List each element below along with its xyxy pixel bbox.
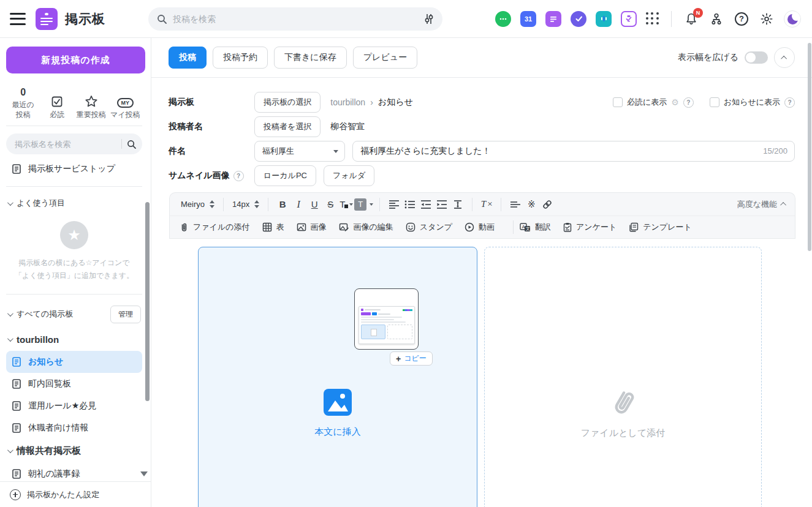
horizontal-rule-button[interactable] <box>507 197 523 212</box>
font-size-select[interactable]: 14px <box>230 200 262 209</box>
sidebar-item-chonai[interactable]: 町内回覧板 <box>6 373 142 395</box>
survey-button[interactable]: アンケート <box>563 222 617 233</box>
board-search-bar[interactable] <box>6 133 142 154</box>
post-search-input[interactable] <box>173 14 418 24</box>
insert-image-button[interactable]: 画像 <box>297 222 327 233</box>
must-read-label: 必読 <box>50 110 64 120</box>
dropzone-attach-as-file[interactable]: ファイルとして添付 <box>484 247 762 507</box>
outdent-button[interactable] <box>418 197 434 212</box>
organization-icon[interactable] <box>708 11 724 27</box>
post-search-bar[interactable] <box>148 7 442 31</box>
sidebar-item-service-top[interactable]: 掲示板サービストップ <box>6 158 142 180</box>
clipboard-app-icon[interactable] <box>621 11 637 27</box>
board-group-tourbillon[interactable]: tourbillon <box>6 328 142 351</box>
attach-file-button[interactable]: ファイルの添付 <box>180 222 250 233</box>
all-boards-section-header[interactable]: すべての掲示板 管理 <box>6 301 142 328</box>
dark-mode-toggle-icon[interactable] <box>784 10 801 28</box>
paperclip-large-icon <box>604 383 643 423</box>
search-icon[interactable] <box>127 140 136 149</box>
select-board-button[interactable]: 掲示板の選択 <box>254 92 321 113</box>
new-post-button[interactable]: 新規投稿の作成 <box>6 47 145 73</box>
local-pc-button[interactable]: ローカルPC <box>254 165 316 186</box>
bold-button[interactable]: B <box>275 197 290 212</box>
announce-help-icon[interactable]: ? <box>784 97 795 108</box>
text-color-button[interactable]: T <box>338 197 354 212</box>
board-group-joho-kyoyu[interactable]: 情報共有掲示板 <box>6 439 142 463</box>
font-family-select[interactable]: Meiryo <box>178 200 217 209</box>
dragged-thumbnail[interactable] <box>354 288 419 350</box>
template-button[interactable]: テンプレート <box>629 222 692 233</box>
sidebar-item-kyushoku[interactable]: 休職者向け情報 <box>6 417 142 439</box>
easy-setup-button[interactable]: 掲示板かんたん設定 <box>0 481 151 507</box>
advanced-features-toggle[interactable]: 高度な機能 <box>737 199 786 210</box>
must-read-settings-gear-icon[interactable]: ⚙ <box>671 98 679 107</box>
must-read-help-icon[interactable]: ? <box>683 97 694 108</box>
post-form: 掲示板 掲示板の選択 tourbillon › お知らせ 必読に表示 ⚙ ? <box>151 78 812 188</box>
breadcrumb: tourbillon › お知らせ <box>330 97 412 108</box>
indent-button[interactable] <box>434 197 450 212</box>
chat-app-icon[interactable] <box>495 11 511 27</box>
folder-button[interactable]: フォルダ <box>324 165 374 186</box>
calendar-app-icon[interactable]: 31 <box>520 11 536 27</box>
insert-table-button[interactable]: 表 <box>262 222 284 233</box>
sidebar-item-rules[interactable]: 運用ルール★必見 <box>6 395 142 417</box>
link-button[interactable] <box>539 197 555 212</box>
schedule-post-button[interactable]: 投稿予約 <box>213 47 268 69</box>
bullet-list-button[interactable] <box>402 197 418 212</box>
copy-button[interactable]: + コピー <box>390 351 433 366</box>
align-left-button[interactable] <box>386 197 402 212</box>
settings-gear-icon[interactable] <box>759 11 775 27</box>
background-color-button[interactable]: T <box>354 197 373 212</box>
strikethrough-button[interactable]: S <box>322 197 338 212</box>
widen-view-toggle[interactable] <box>745 51 768 64</box>
post-button[interactable]: 投稿 <box>169 47 207 69</box>
video-button[interactable]: 動画 <box>465 222 495 233</box>
italic-button[interactable]: I <box>290 197 306 212</box>
translate-icon: A文 <box>520 223 531 232</box>
copy-label: コピー <box>404 353 427 364</box>
manage-button[interactable]: 管理 <box>110 306 141 323</box>
quick-must-read[interactable]: 必読 <box>40 82 75 119</box>
svg-text:文: 文 <box>526 226 530 231</box>
special-character-button[interactable]: ※ <box>523 197 539 212</box>
favorites-section-header[interactable]: よく使う項目 <box>6 193 142 214</box>
sidebar-item-chorei[interactable]: 朝礼の議事録 <box>6 463 142 481</box>
subject-category-select[interactable]: 福利厚生 <box>254 141 345 162</box>
line-height-button[interactable] <box>450 197 466 212</box>
recent-posts-label: 最近の <box>12 100 34 109</box>
main-scrollbar[interactable] <box>808 43 811 251</box>
notes-app-icon[interactable] <box>545 11 561 27</box>
edit-image-button[interactable]: 画像の編集 <box>339 222 393 233</box>
quick-recent-posts[interactable]: 0 最近の投稿 <box>6 82 40 119</box>
editor-content-area[interactable]: 本文に挿入 + <box>169 239 795 507</box>
thumbnail-help-icon[interactable]: ? <box>233 171 244 181</box>
voice-app-icon[interactable] <box>596 11 612 27</box>
stamp-button[interactable]: スタンプ <box>406 222 452 233</box>
underline-button[interactable]: U <box>306 197 322 212</box>
board-item-label: 運用ルール★必見 <box>28 400 96 411</box>
sidebar-item-oshirase[interactable]: お知らせ <box>6 351 142 373</box>
dropzone-insert-into-body[interactable]: 本文に挿入 + <box>198 247 477 507</box>
board-item-label: お知らせ <box>28 356 63 367</box>
announce-checkbox[interactable] <box>710 97 719 107</box>
subject-input[interactable] <box>352 141 795 162</box>
search-filter-icon[interactable] <box>424 13 434 24</box>
bulletin-board-logo-icon[interactable] <box>36 8 58 30</box>
quick-important-posts[interactable]: 重要投稿 <box>74 82 108 119</box>
select-author-button[interactable]: 投稿者を選択 <box>254 116 321 137</box>
notifications-bell-icon[interactable]: N <box>683 11 699 27</box>
hamburger-menu-icon[interactable] <box>10 13 26 25</box>
clear-format-button[interactable]: T× <box>479 197 495 212</box>
sidebar-scrollbar[interactable] <box>145 202 150 401</box>
board-search-input[interactable] <box>15 140 116 149</box>
collapse-panel-button[interactable] <box>774 47 795 68</box>
help-icon[interactable]: ? <box>734 11 749 27</box>
quick-my-posts[interactable]: MY マイ投稿 <box>108 82 143 119</box>
preview-button[interactable]: プレビュー <box>353 47 417 69</box>
scroll-down-indicator-icon[interactable] <box>140 471 148 476</box>
save-draft-button[interactable]: 下書きに保存 <box>274 47 347 69</box>
task-check-app-icon[interactable] <box>571 11 586 27</box>
translate-button[interactable]: A文 翻訳 <box>520 222 551 233</box>
must-read-checkbox[interactable] <box>613 97 623 107</box>
app-launcher-icon[interactable] <box>646 12 659 26</box>
